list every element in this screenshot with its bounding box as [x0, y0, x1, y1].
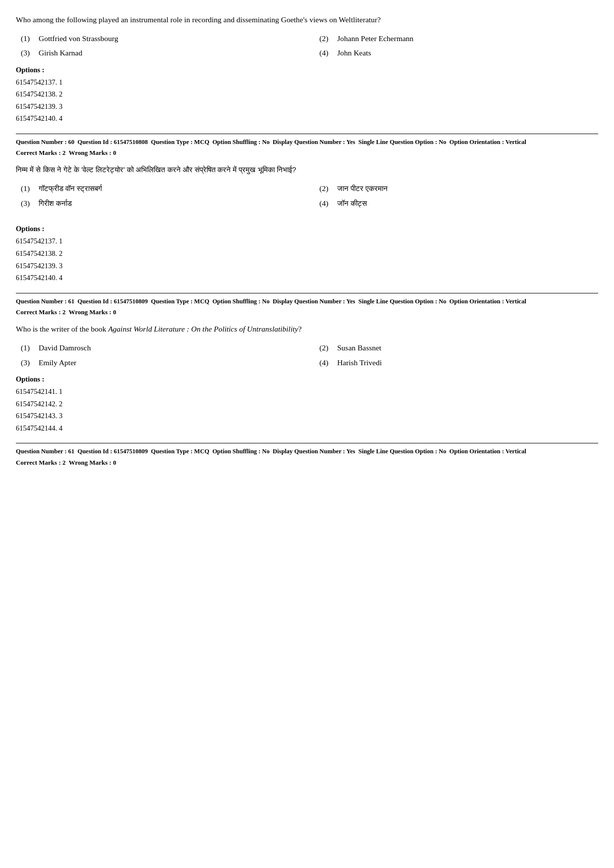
option-q60-1: (1) गॉटफ्रीड वॉन स्ट्रासबर्ग — [21, 183, 300, 194]
marks-q61-second: Correct Marks : 2 Wrong Marks : 0 — [16, 459, 598, 467]
option-id: 61547542144. 4 — [16, 422, 598, 434]
question-text-q61: Who is the writer of the book Against Wo… — [16, 323, 598, 335]
option-q61-1: (1) David Damrosch — [21, 342, 300, 353]
option-num: (2) — [319, 33, 330, 44]
option-text: Johann Peter Echermann — [337, 33, 413, 44]
option-text: John Keats — [337, 47, 371, 58]
option-q61-2: (2) Susan Bassnet — [319, 342, 598, 353]
meta-block-q61-second: Question Number : 61 Question Id : 61547… — [16, 443, 598, 456]
option-q61-4: (4) Harish Trivedi — [319, 357, 598, 368]
option-num: (4) — [319, 47, 330, 58]
options-label-q60: Options : — [16, 225, 598, 233]
option-ids-q61: 61547542141. 1 61547542142. 2 6154754214… — [16, 386, 598, 434]
question-block-q60-hindi: निम्म में से किस ने गेटे के 'वेल्ट लिटरे… — [16, 164, 598, 284]
question-text-q59: Who among the following played an instru… — [16, 14, 598, 26]
option-id: 61547542141. 1 — [16, 386, 598, 398]
options-label-q59: Options : — [16, 66, 598, 74]
options-label-q61: Options : — [16, 375, 598, 384]
option-text: Gottfried von Strassbourg — [39, 33, 118, 44]
option-id: 61547542140. 4 — [16, 112, 598, 125]
option-q61-3: (3) Emily Apter — [21, 357, 300, 368]
question-text-q60: निम्म में से किस ने गेटे के 'वेल्ट लिटरे… — [16, 164, 598, 176]
option-num: (3) — [21, 197, 32, 209]
option-id: 61547542139. 3 — [16, 100, 598, 113]
option-text: जान पीटर एकरमान — [337, 183, 388, 194]
option-num: (1) — [21, 33, 32, 44]
marks-q61: Correct Marks : 2 Wrong Marks : 0 — [16, 308, 598, 316]
options-grid-q61: (1) David Damrosch (2) Susan Bassnet (3)… — [16, 342, 598, 368]
option-num: (1) — [21, 342, 32, 353]
option-num: (2) — [319, 183, 330, 194]
option-id: 61547542139. 3 — [16, 260, 598, 272]
option-text: गिरीश कर्नाड — [39, 197, 72, 209]
option-ids-q59: 61547542137. 1 61547542138. 2 6154754213… — [16, 76, 598, 125]
option-id: 61547542142. 2 — [16, 398, 598, 410]
option-num: (3) — [21, 357, 32, 368]
option-id: 61547542143. 3 — [16, 410, 598, 422]
option-num: (4) — [319, 197, 330, 209]
option-num: (2) — [319, 342, 330, 353]
option-id: 61547542137. 1 — [16, 76, 598, 89]
option-q59-1: (1) Gottfried von Strassbourg — [21, 33, 300, 44]
option-num: (3) — [21, 47, 32, 58]
marks-q60: Correct Marks : 2 Wrong Marks : 0 — [16, 149, 598, 157]
question-block-q59-english: Who among the following played an instru… — [16, 14, 598, 125]
option-text: Susan Bassnet — [337, 342, 381, 353]
option-id: 61547542137. 1 — [16, 235, 598, 247]
option-q59-3: (3) Girish Karnad — [21, 47, 300, 58]
option-q60-4: (4) जॉन कीट्स — [319, 197, 598, 209]
option-num: (1) — [21, 183, 32, 194]
option-num: (4) — [319, 357, 330, 368]
options-grid-q60: (1) गॉटफ्रीड वॉन स्ट्रासबर्ग (2) जान पीट… — [16, 183, 598, 209]
question-block-q61-english: Who is the writer of the book Against Wo… — [16, 323, 598, 434]
option-id: 61547542138. 2 — [16, 88, 598, 100]
option-text: गॉटफ्रीड वॉन स्ट्रासबर्ग — [39, 183, 102, 194]
option-text: David Damrosch — [39, 342, 91, 353]
option-text: Girish Karnad — [39, 47, 82, 58]
option-text: जॉन कीट्स — [337, 197, 367, 209]
meta-block-q60: Question Number : 60 Question Id : 61547… — [16, 134, 598, 147]
option-q60-3: (3) गिरीश कर्नाड — [21, 197, 300, 209]
option-q60-2: (2) जान पीटर एकरमान — [319, 183, 598, 194]
meta-block-q61: Question Number : 61 Question Id : 61547… — [16, 293, 598, 306]
option-text: Emily Apter — [39, 357, 76, 368]
option-id: 61547542138. 2 — [16, 247, 598, 260]
options-grid-q59: (1) Gottfried von Strassbourg (2) Johann… — [16, 33, 598, 59]
option-q59-4: (4) John Keats — [319, 47, 598, 58]
option-ids-q60: 61547542137. 1 61547542138. 2 6154754213… — [16, 235, 598, 284]
option-q59-2: (2) Johann Peter Echermann — [319, 33, 598, 44]
option-text: Harish Trivedi — [337, 357, 382, 368]
option-id: 61547542140. 4 — [16, 272, 598, 284]
